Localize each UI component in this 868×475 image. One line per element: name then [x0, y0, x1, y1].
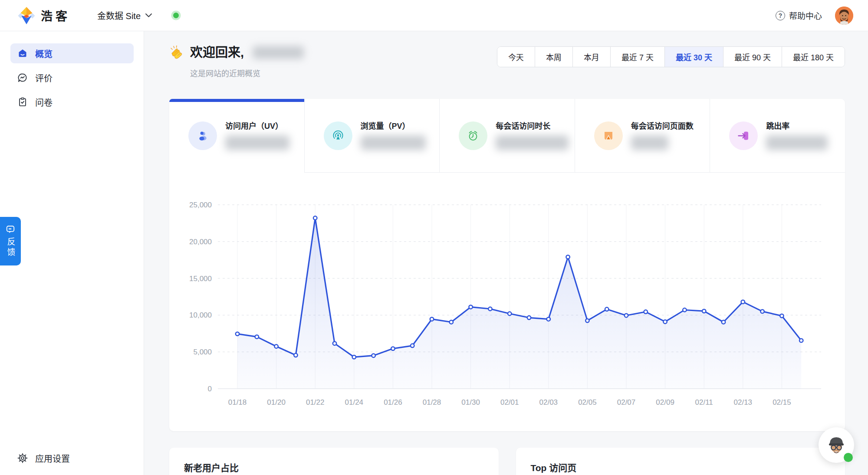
stat-value-redacted: [496, 135, 569, 150]
clapping-hands-icon: [169, 45, 185, 60]
help-center-button[interactable]: ? 帮助中心: [776, 10, 822, 21]
stat-tabs: 访问用户（UV）浏览量（PV）每会话访问时长每会话访问页面数跳出率: [169, 99, 845, 173]
svg-text:02/13: 02/13: [734, 398, 753, 406]
time-range-group: 今天本周本月最近 7 天最近 30 天最近 90 天最近 180 天: [497, 46, 845, 67]
user-icon: [188, 121, 217, 150]
sidebar-item-reviews[interactable]: 评价: [10, 68, 134, 88]
exit-arrow-icon: [729, 121, 758, 150]
svg-text:02/07: 02/07: [617, 398, 636, 406]
sidebar-item-settings[interactable]: 应用设置: [10, 448, 134, 468]
stat-tab-label: 每会话访问时长: [496, 120, 569, 131]
feedback-tab[interactable]: 反馈: [0, 217, 21, 265]
stat-tab-label: 访问用户（UV）: [225, 120, 289, 131]
chat-bubble-icon: [17, 72, 28, 83]
site-selector[interactable]: 金数据 Site: [97, 9, 152, 22]
help-center-label: 帮助中心: [789, 10, 822, 21]
user-avatar-face-icon: [835, 7, 853, 25]
stat-tab-label: 每会话访问页面数: [631, 120, 694, 131]
overview-card: 访问用户（UV）浏览量（PV）每会话访问时长每会话访问页面数跳出率 05,000…: [169, 99, 845, 431]
stat-tab-session-duration[interactable]: 每会话访问时长: [439, 99, 575, 173]
welcome-text: 欢迎回来,: [190, 43, 244, 62]
svg-text:01/30: 01/30: [461, 398, 480, 406]
svg-text:02/11: 02/11: [695, 398, 713, 406]
sidebar-item-label: 问卷: [35, 96, 53, 108]
range-button-last-7-days[interactable]: 最近 7 天: [610, 47, 664, 67]
svg-text:5,000: 5,000: [193, 348, 212, 356]
card-new-vs-returning: 新老用户占比: [169, 448, 499, 475]
svg-text:20,000: 20,000: [189, 238, 212, 246]
svg-text:01/22: 01/22: [306, 398, 325, 406]
svg-text:15,000: 15,000: [189, 275, 212, 283]
svg-text:02/15: 02/15: [773, 398, 791, 406]
stat-tab-label: 浏览量（PV）: [361, 120, 426, 131]
pages-icon: [594, 121, 623, 150]
floating-avatar-status-dot: [844, 453, 853, 462]
sidebar-nav: 概览评价问卷: [10, 43, 133, 112]
svg-text:01/26: 01/26: [384, 398, 402, 406]
svg-text:10,000: 10,000: [189, 311, 212, 319]
page-subtitle: 这是网站的近期概览: [190, 67, 304, 79]
main-content: 欢迎回来, 这是网站的近期概览 今天本周本月最近 7 天最近 30 天最近 90…: [144, 31, 868, 475]
stat-tab-label: 跳出率: [766, 120, 828, 131]
bottom-cards-row: 新老用户占比 Top 访问页: [169, 448, 845, 475]
svg-text:01/18: 01/18: [228, 398, 247, 406]
range-button-this-month[interactable]: 本月: [572, 47, 610, 67]
page-head: 欢迎回来, 这是网站的近期概览 今天本周本月最近 7 天最近 30 天最近 90…: [169, 43, 845, 79]
stat-value-redacted: [225, 135, 289, 150]
question-mark-icon: ?: [776, 11, 785, 20]
brand-name: 浩客: [41, 7, 70, 24]
svg-text:02/03: 02/03: [539, 398, 558, 406]
stat-tab-pages-per-session[interactable]: 每会话访问页面数: [575, 99, 710, 173]
chart-area-fill: [237, 218, 801, 389]
stat-value-redacted: [766, 135, 828, 150]
svg-text:02/01: 02/01: [500, 398, 519, 406]
clipboard-check-icon: [17, 97, 28, 107]
stat-value-redacted: [361, 135, 426, 150]
svg-text:01/20: 01/20: [267, 398, 286, 406]
svg-text:01/28: 01/28: [423, 398, 441, 406]
broadcast-icon: [324, 121, 352, 150]
site-status-dot: [173, 13, 179, 18]
svg-text:01/24: 01/24: [345, 398, 364, 406]
range-button-last-90-days[interactable]: 最近 90 天: [723, 47, 782, 67]
stat-value-redacted: [631, 135, 668, 150]
stat-tab-pv[interactable]: 浏览量（PV）: [304, 99, 440, 173]
card-title-new-vs-returning: 新老用户占比: [184, 461, 484, 474]
user-name-redacted: [253, 46, 304, 59]
svg-text:25,000: 25,000: [189, 201, 212, 209]
range-button-today[interactable]: 今天: [497, 47, 535, 67]
app-root: 浩客 金数据 Site ? 帮助中心: [0, 0, 868, 475]
svg-text:02/05: 02/05: [578, 398, 597, 406]
sidebar-item-label: 评价: [35, 72, 53, 84]
svg-text:02/09: 02/09: [656, 398, 674, 406]
uv-trend-chart-svg: 05,00010,00015,00020,00025,00001/1801/20…: [169, 173, 845, 431]
range-button-last-180-days[interactable]: 最近 180 天: [782, 47, 845, 67]
home-icon: [17, 48, 28, 59]
range-button-this-week[interactable]: 本周: [535, 47, 572, 67]
feedback-chat-icon: [6, 225, 15, 234]
sidebar-item-surveys[interactable]: 问卷: [10, 92, 134, 112]
alarm-clock-icon: [459, 121, 487, 150]
sidebar-settings-label: 应用设置: [35, 452, 70, 465]
uv-trend-chart[interactable]: 05,00010,00015,00020,00025,00001/1801/20…: [169, 173, 845, 431]
sidebar-item-overview[interactable]: 概览: [10, 43, 134, 63]
stat-tab-uv[interactable]: 访问用户（UV）: [169, 99, 304, 173]
sidebar: 概览评价问卷 应用设置: [0, 31, 144, 475]
page-title: 欢迎回来,: [169, 43, 304, 62]
card-top-pages: Top 访问页: [516, 448, 845, 475]
site-selector-label: 金数据 Site: [97, 9, 141, 22]
chart-x-axis: 01/1801/2001/2201/2401/2601/2801/3002/01…: [228, 398, 791, 406]
card-title-top-pages: Top 访问页: [531, 461, 831, 474]
range-button-last-30-days[interactable]: 最近 30 天: [664, 47, 723, 67]
gear-icon: [17, 453, 28, 463]
chevron-down-icon: [145, 13, 152, 18]
stat-tab-bounce-rate[interactable]: 跳出率: [710, 99, 845, 173]
floating-avatar[interactable]: [819, 427, 854, 463]
feedback-label: 反馈: [5, 237, 16, 258]
user-avatar[interactable]: [835, 7, 853, 25]
topbar: 浩客 金数据 Site ? 帮助中心: [0, 0, 868, 31]
sidebar-item-label: 概览: [35, 47, 53, 60]
svg-text:0: 0: [208, 385, 212, 393]
brand-logo-icon: [17, 7, 36, 25]
